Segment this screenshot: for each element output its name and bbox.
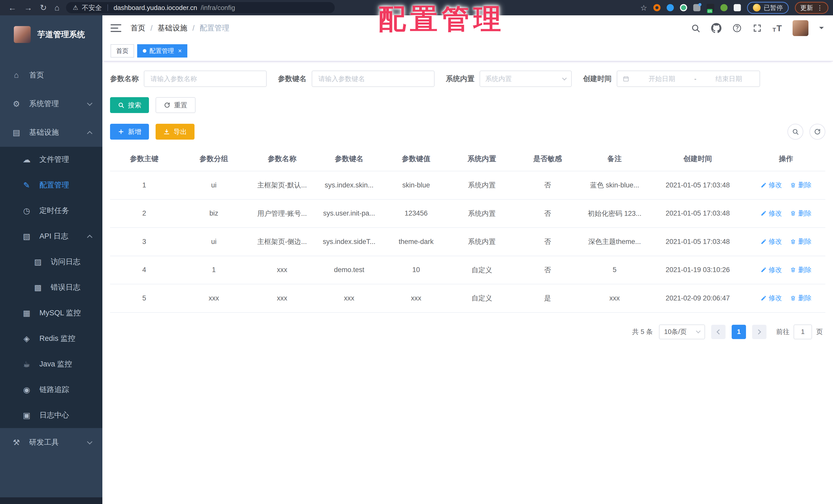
edit-link[interactable]: 修改 — [761, 180, 782, 190]
prev-page-button[interactable] — [711, 325, 725, 339]
breadcrumb-home[interactable]: 首页 — [130, 23, 145, 33]
date-range-picker[interactable]: 开始日期 - 结束日期 — [617, 71, 760, 87]
cell-actions: 修改 删除 — [747, 171, 825, 199]
add-button[interactable]: 新增 — [110, 124, 149, 140]
col-param-group: 参数分组 — [178, 147, 249, 171]
reset-button[interactable]: 重置 — [156, 97, 195, 113]
sidebar-footer — [0, 497, 102, 504]
param-key-input[interactable] — [312, 71, 434, 87]
cell-name: 主框架页-默认... — [249, 171, 315, 199]
sidebar-item-trace[interactable]: ◉ 链路追踪 — [0, 377, 102, 402]
extension-grid-icon[interactable] — [693, 4, 700, 11]
eye-icon: ◉ — [22, 385, 32, 395]
breadcrumb-current: 配置管理 — [199, 23, 229, 33]
search-button-row: 搜索 重置 — [110, 97, 825, 113]
edit-link[interactable]: 修改 — [761, 266, 782, 274]
extension-cn-icon[interactable]: cn — [707, 4, 714, 11]
tab-config[interactable]: 配置管理 × — [137, 44, 187, 57]
sidebar-item-config[interactable]: ✎ 配置管理 — [0, 172, 102, 198]
log-icon: ▧ — [22, 232, 32, 241]
close-icon[interactable]: × — [178, 47, 182, 54]
github-icon[interactable] — [711, 23, 721, 33]
sidebar-item-access-log[interactable]: ▨ 访问日志 — [0, 249, 102, 275]
extension-orange-icon[interactable] — [653, 4, 661, 11]
help-icon[interactable] — [732, 23, 742, 33]
database-icon: ▦ — [22, 308, 32, 318]
date-separator: - — [694, 75, 697, 83]
sidebar-item-home[interactable]: ⌂ 首页 — [0, 61, 102, 90]
cn-badge: cn — [707, 9, 712, 13]
browser-home-icon[interactable]: ⌂ — [54, 3, 60, 12]
chevron-right-icon — [756, 329, 761, 334]
sidebar-item-system[interactable]: ⚙ 系统管理 — [0, 90, 102, 118]
delete-link[interactable]: 删除 — [790, 209, 811, 218]
extension-leaf-icon[interactable] — [720, 4, 728, 11]
browser-reload-icon[interactable]: ↻ — [40, 3, 47, 12]
sidebar-item-api-log[interactable]: ▧ API 日志 — [0, 224, 102, 249]
total-count: 共 5 条 — [632, 327, 653, 336]
edit-link[interactable]: 修改 — [761, 237, 782, 246]
cell-group: 1 — [178, 256, 249, 284]
sidebar-item-error-log[interactable]: ▩ 错误日志 — [0, 275, 102, 300]
sidebar-logo[interactable]: 芋道管理系统 — [0, 15, 102, 54]
goto-page-input[interactable] — [793, 325, 812, 339]
sidebar-item-redis[interactable]: ◈ Redis 监控 — [0, 326, 102, 351]
sidebar-item-mysql[interactable]: ▦ MySQL 监控 — [0, 300, 102, 326]
url-host: dashboard.yudao.iocoder.cn — [114, 4, 197, 12]
tab-home[interactable]: 首页 — [111, 44, 134, 57]
browser-address-bar[interactable]: ⚠ 不安全 dashboard.yudao.iocoder.cn/infra/c… — [66, 2, 335, 13]
sidebar-toggle-icon[interactable] — [111, 24, 121, 32]
trash-icon — [790, 182, 796, 188]
sidebar-item-file[interactable]: ☁ 文件管理 — [0, 147, 102, 172]
page-size-select[interactable]: 10条/页 — [659, 325, 705, 339]
col-param-value: 参数键值 — [383, 147, 449, 171]
bookmark-star-icon[interactable]: ☆ — [640, 3, 647, 12]
home-icon: ⌂ — [11, 71, 22, 80]
export-button-label: 导出 — [173, 127, 187, 136]
avatar-caret-icon[interactable] — [819, 27, 824, 31]
browser-forward-icon[interactable]: → — [24, 3, 32, 12]
search-button[interactable]: 搜索 — [110, 97, 149, 113]
extension-vue-icon[interactable] — [680, 4, 687, 11]
extensions-puzzle-icon[interactable] — [734, 4, 741, 11]
sidebar-item-label: Redis 监控 — [40, 333, 75, 344]
cell-group: ui — [178, 228, 249, 256]
sidebar-item-devtools[interactable]: ⚒ 研发工具 — [0, 428, 102, 457]
delete-link[interactable]: 删除 — [790, 294, 811, 303]
sidebar-item-log-center[interactable]: ▣ 日志中心 — [0, 402, 102, 428]
extension-pin-icon[interactable] — [667, 4, 674, 11]
refresh-table-button[interactable] — [809, 124, 825, 140]
delete-link[interactable]: 删除 — [790, 266, 811, 274]
cell-actions: 修改 删除 — [747, 228, 825, 256]
sidebar-item-label: Java 监控 — [40, 359, 72, 369]
builtin-select[interactable]: 系统内置 — [480, 71, 572, 87]
trash-icon — [790, 295, 796, 301]
next-page-button[interactable] — [752, 325, 766, 339]
fullscreen-icon[interactable] — [753, 24, 762, 33]
paused-badge[interactable]: 已暂停 — [747, 2, 789, 14]
edit-link[interactable]: 修改 — [761, 209, 782, 218]
current-page-button[interactable]: 1 — [732, 325, 746, 339]
user-avatar[interactable] — [792, 20, 808, 36]
filter-create-time: 创建时间 开始日期 - 结束日期 — [583, 71, 760, 87]
search-icon[interactable] — [691, 23, 700, 33]
add-button-label: 新增 — [128, 127, 141, 136]
browser-update-button[interactable]: 更新 ⋮ — [795, 2, 828, 14]
sidebar-item-infra[interactable]: ▤ 基础设施 — [0, 118, 102, 147]
export-button[interactable]: 导出 — [156, 124, 194, 140]
toggle-search-button[interactable] — [787, 124, 803, 140]
delete-link[interactable]: 删除 — [790, 237, 811, 246]
sidebar-item-job[interactable]: ◷ 定时任务 — [0, 198, 102, 224]
chevron-up-icon — [87, 131, 92, 136]
delete-link[interactable]: 删除 — [790, 180, 811, 190]
log-center-icon: ▣ — [22, 411, 32, 420]
cell-remark: 蓝色 skin-blue... — [580, 171, 649, 199]
breadcrumb-infra[interactable]: 基础设施 — [158, 23, 187, 33]
font-size-icon[interactable]: TT — [772, 23, 782, 33]
param-name-input[interactable] — [144, 71, 267, 87]
edit-link[interactable]: 修改 — [761, 294, 782, 303]
browser-back-icon[interactable]: ← — [8, 3, 16, 12]
config-page: 参数名称 参数键名 系统内置 系统内置 创建时间 — [102, 61, 833, 504]
breadcrumb: 首页 / 基础设施 / 配置管理 — [130, 23, 229, 33]
sidebar-item-java[interactable]: ☕ Java 监控 — [0, 351, 102, 377]
